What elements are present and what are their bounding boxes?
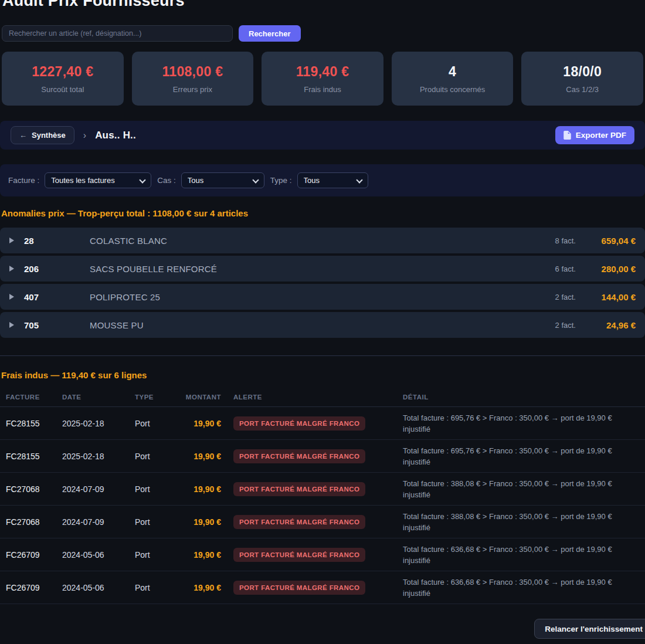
back-to-synthese-button[interactable]: ← Synthèse bbox=[11, 126, 74, 144]
cell-facture: FC26709 bbox=[6, 583, 62, 592]
stat-card-erreurs-prix: 1108,00 € Erreurs prix bbox=[132, 52, 254, 106]
frais-table-body: FC28155 2025-02-18 Port 19,90 € PORT FAC… bbox=[0, 407, 645, 604]
section-divider bbox=[0, 355, 645, 356]
cell-detail: Total facture : 695,76 € > Franco : 350,… bbox=[403, 412, 639, 435]
type-select-wrap: Tous bbox=[297, 172, 368, 188]
article-ref: 407 bbox=[24, 292, 90, 302]
anomaly-row[interactable]: 28 COLASTIC BLANC 8 fact. 659,04 € bbox=[0, 228, 645, 253]
filter-facture-label: Facture : bbox=[8, 176, 39, 185]
filter-type-label: Type : bbox=[270, 176, 292, 185]
cell-detail: Total facture : 695,76 € > Franco : 350,… bbox=[403, 445, 639, 467]
article-ref: 28 bbox=[24, 236, 90, 246]
cell-type: Port bbox=[135, 583, 183, 592]
overcharge-amount: 24,96 € bbox=[589, 320, 636, 330]
export-pdf-label: Exporter PDF bbox=[576, 131, 626, 140]
search-bar: Rechercher bbox=[2, 25, 643, 42]
cell-facture: FC26709 bbox=[6, 550, 62, 560]
col-header-montant: MONTANT bbox=[183, 394, 221, 401]
table-row: FC26709 2024-05-06 Port 19,90 € PORT FAC… bbox=[0, 538, 645, 571]
cell-type: Port bbox=[135, 452, 183, 461]
stat-value: 18/0/0 bbox=[563, 64, 602, 80]
filter-cas-label: Cas : bbox=[157, 176, 176, 185]
cell-date: 2024-05-06 bbox=[62, 550, 135, 560]
article-ref: 705 bbox=[24, 320, 90, 330]
search-input[interactable] bbox=[2, 25, 233, 42]
table-row: FC27068 2024-07-09 Port 19,90 € PORT FAC… bbox=[0, 506, 645, 538]
cell-detail: Total facture : 636,68 € > Franco : 350,… bbox=[403, 544, 639, 566]
col-header-alerte: ALERTE bbox=[221, 394, 403, 401]
cell-type: Port bbox=[135, 550, 183, 560]
cell-date: 2024-07-09 bbox=[62, 517, 135, 527]
article-designation: MOUSSE PU bbox=[90, 320, 555, 330]
article-designation: POLIPROTEC 25 bbox=[90, 292, 555, 302]
stat-card-cas: 18/0/0 Cas 1/2/3 bbox=[521, 52, 643, 106]
stat-value: 1108,00 € bbox=[162, 64, 223, 80]
anomaly-row[interactable]: 407 POLIPROTEC 25 2 fact. 144,00 € bbox=[0, 284, 645, 310]
cell-montant: 19,90 € bbox=[183, 550, 221, 560]
cell-montant: 19,90 € bbox=[183, 484, 221, 494]
facture-select-wrap: Toutes les factures bbox=[45, 172, 151, 188]
cell-detail: Total facture : 388,08 € > Franco : 350,… bbox=[403, 478, 639, 500]
page: Audit Prix Fournisseurs Rechercher 1227,… bbox=[0, 0, 645, 639]
stat-value: 1227,40 € bbox=[32, 64, 93, 80]
alert-badge: PORT FACTURÉ MALGRÉ FRANCO bbox=[233, 449, 365, 463]
facture-select[interactable]: Toutes les factures bbox=[45, 172, 151, 188]
stat-cards: 1227,40 € Surcoût total 1108,00 € Erreur… bbox=[2, 52, 643, 106]
breadcrumb-toolbar: ← Synthèse › Aus.. H.. Exporter PDF bbox=[0, 121, 645, 150]
alert-badge: PORT FACTURÉ MALGRÉ FRANCO bbox=[233, 482, 365, 496]
cell-type: Port bbox=[135, 419, 183, 428]
cell-montant: 19,90 € bbox=[183, 583, 221, 592]
cell-detail: Total facture : 388,08 € > Franco : 350,… bbox=[403, 511, 639, 533]
cell-date: 2024-05-06 bbox=[62, 583, 135, 592]
cell-facture: FC28155 bbox=[6, 419, 62, 428]
page-title: Audit Prix Fournisseurs bbox=[2, 0, 645, 10]
expand-arrow-icon bbox=[9, 322, 14, 328]
alert-badge: PORT FACTURÉ MALGRÉ FRANCO bbox=[233, 581, 365, 595]
stat-label: Frais indus bbox=[304, 85, 341, 94]
stat-card-surcout: 1227,40 € Surcoût total bbox=[2, 52, 124, 106]
stat-card-frais-indus: 119,40 € Frais indus bbox=[262, 52, 383, 106]
filter-type: Type : Tous bbox=[270, 172, 368, 188]
article-designation: SACS POUBELLE RENFORCÉ bbox=[90, 264, 555, 274]
search-button[interactable]: Rechercher bbox=[239, 25, 301, 42]
table-row: FC28155 2025-02-18 Port 19,90 € PORT FAC… bbox=[0, 440, 645, 473]
filter-cas: Cas : Tous bbox=[157, 172, 264, 188]
stat-card-produits: 4 Produits concernés bbox=[392, 52, 514, 106]
stat-value: 119,40 € bbox=[296, 64, 349, 80]
cell-detail: Total facture : 636,68 € > Franco : 350,… bbox=[403, 577, 639, 599]
alert-badge: PORT FACTURÉ MALGRÉ FRANCO bbox=[233, 548, 365, 562]
facture-count: 2 fact. bbox=[555, 321, 576, 330]
cell-type: Port bbox=[135, 517, 183, 527]
cell-montant: 19,90 € bbox=[183, 517, 221, 527]
relaunch-enrichment-button[interactable]: Relancer l'enrichissement bbox=[534, 619, 645, 639]
filter-facture: Facture : Toutes les factures bbox=[8, 172, 151, 188]
overcharge-amount: 659,04 € bbox=[589, 236, 636, 246]
filters-panel: Facture : Toutes les factures Cas : Tous… bbox=[0, 164, 645, 196]
facture-count: 2 fact. bbox=[555, 293, 576, 301]
frais-indus-section-header: Frais indus — 119,40 € sur 6 lignes bbox=[1, 370, 645, 380]
stat-value: 4 bbox=[449, 64, 456, 80]
overcharge-amount: 280,00 € bbox=[589, 264, 636, 274]
cell-facture: FC28155 bbox=[6, 452, 62, 461]
frais-table-header: FACTURE DATE TYPE MONTANT ALERTE DÉTAIL bbox=[0, 394, 645, 407]
chevron-right-icon: › bbox=[83, 130, 86, 141]
stat-label: Cas 1/2/3 bbox=[566, 85, 599, 94]
overcharge-amount: 144,00 € bbox=[589, 292, 636, 302]
cell-type: Port bbox=[135, 484, 183, 494]
cell-facture: FC27068 bbox=[6, 517, 62, 527]
table-row: FC28155 2025-02-18 Port 19,90 € PORT FAC… bbox=[0, 407, 645, 440]
col-header-type: TYPE bbox=[135, 394, 183, 401]
cas-select-wrap: Tous bbox=[181, 172, 264, 188]
alert-badge: PORT FACTURÉ MALGRÉ FRANCO bbox=[233, 416, 365, 431]
cas-select[interactable]: Tous bbox=[181, 172, 264, 188]
stat-label: Erreurs prix bbox=[173, 85, 212, 94]
breadcrumb-current-title: Aus.. H.. bbox=[95, 130, 136, 141]
anomaly-row[interactable]: 206 SACS POUBELLE RENFORCÉ 6 fact. 280,0… bbox=[0, 256, 645, 282]
type-select[interactable]: Tous bbox=[297, 172, 368, 188]
cell-montant: 19,90 € bbox=[183, 419, 221, 428]
col-header-facture: FACTURE bbox=[6, 394, 62, 401]
pdf-icon bbox=[563, 131, 571, 140]
anomaly-row[interactable]: 705 MOUSSE PU 2 fact. 24,96 € bbox=[0, 312, 645, 338]
export-pdf-button[interactable]: Exporter PDF bbox=[555, 126, 634, 144]
table-row: FC27068 2024-07-09 Port 19,90 € PORT FAC… bbox=[0, 473, 645, 506]
